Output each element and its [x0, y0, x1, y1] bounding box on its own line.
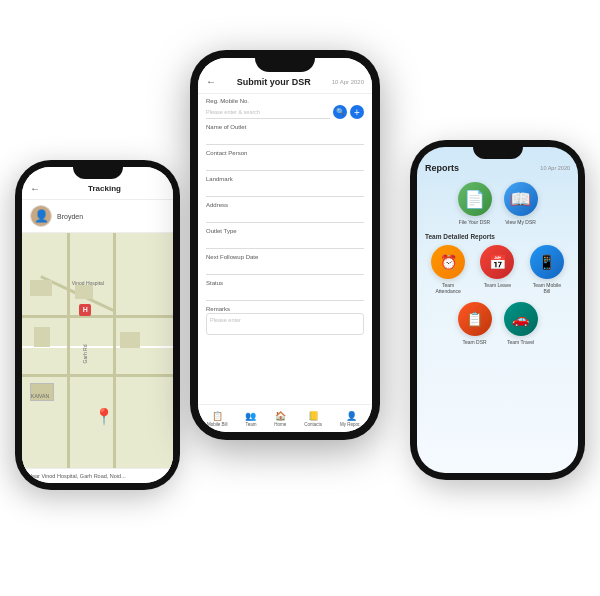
field-next-followup: Next Followup Date [206, 254, 364, 275]
reports-screen: Reports 10 Apr 2020 📄 File Your DSR 📖 Vi… [417, 147, 578, 473]
input-reg-mobile[interactable]: Please enter & search [206, 105, 330, 119]
team-leave-icon: 📅 [480, 245, 514, 279]
phone-tracking: ← Tracking 👤 Broyden [15, 160, 180, 490]
road-label: Garh Rd [83, 344, 89, 363]
nav-home[interactable]: 🏠 Home [274, 411, 286, 427]
my-report-icon: 👤 [346, 411, 357, 421]
back-arrow-dsr[interactable]: ← [206, 76, 216, 87]
input-contact-person[interactable] [206, 157, 364, 171]
tracking-address-bar: Near Vinod Hospital, Garh Road, Noid... [22, 468, 173, 483]
nav-team[interactable]: 👥 Team [245, 411, 256, 427]
label-landmark: Landmark [206, 176, 364, 182]
label-outlet-name: Name of Outlet [206, 124, 364, 130]
nav-my-report[interactable]: 👤 My Repor... [340, 411, 363, 427]
bottom-nav: 📋 Mobile Bill 👥 Team 🏠 Home 📒 Contacts [198, 404, 372, 432]
home-icon: 🏠 [275, 411, 286, 421]
team-travel-label: Team Travel [507, 339, 534, 345]
tracking-title: Tracking [44, 184, 165, 193]
tracking-screen: ← Tracking 👤 Broyden [22, 167, 173, 483]
tracking-address-text: Near Vinod Hospital, Garh Road, Noid... [28, 473, 167, 479]
team-dsr-label: Team DSR [462, 339, 486, 345]
team-reports-label: Team Detailed Reports [417, 229, 578, 243]
nav-contacts[interactable]: 📒 Contacts [304, 411, 322, 427]
team-leave-item[interactable]: 📅 Team Leave [480, 245, 514, 294]
add-button[interactable]: + [350, 105, 364, 119]
notch-left [73, 167, 123, 179]
label-status: Status [206, 280, 364, 286]
label-remarks: Remarks [206, 306, 364, 312]
dsr-date: 10 Apr 2020 [332, 79, 364, 85]
reports-date: 10 Apr 2020 [540, 165, 570, 171]
label-contact-person: Contact Person [206, 150, 364, 156]
hospital-label: Vinod Hospital [72, 280, 104, 286]
field-contact-person: Contact Person [206, 150, 364, 171]
notch-center [255, 58, 315, 72]
tracking-avatar: 👤 [30, 205, 52, 227]
nav-label-team: Team [245, 422, 256, 427]
field-reg-mobile: Reg. Mobile No. Please enter & search 🔍 … [206, 98, 364, 119]
nav-label-mobile-bill: Mobile Bill [207, 422, 228, 427]
team-attendance-label: Team Attendance [430, 282, 466, 294]
nav-mobile-bill[interactable]: 📋 Mobile Bill [207, 411, 228, 427]
phone-dsr: ← Submit your DSR 10 Apr 2020 Reg. Mobil… [190, 50, 380, 440]
team-mobile-bill-icon: 📱 [530, 245, 564, 279]
team-travel-icon: 🚗 [504, 302, 538, 336]
dsr-form: Reg. Mobile No. Please enter & search 🔍 … [198, 94, 372, 404]
field-landmark: Landmark [206, 176, 364, 197]
hospital-icon: H [79, 304, 91, 316]
field-outlet-name: Name of Outlet [206, 124, 364, 145]
input-landmark[interactable] [206, 183, 364, 197]
label-next-followup: Next Followup Date [206, 254, 364, 260]
team-reports-row2: 📋 Team DSR 🚗 Team Travel [417, 296, 578, 349]
team-attendance-icon: ⏰ [431, 245, 465, 279]
nav-label-home: Home [274, 422, 286, 427]
team-icon: 👥 [245, 411, 256, 421]
label-address: Address [206, 202, 364, 208]
input-address[interactable] [206, 209, 364, 223]
input-outlet-name[interactable] [206, 131, 364, 145]
input-status[interactable] [206, 287, 364, 301]
team-attendance-item[interactable]: ⏰ Team Attendance [430, 245, 466, 294]
field-outlet-type: Outlet Type [206, 228, 364, 249]
label-reg-mobile: Reg. Mobile No. [206, 98, 364, 104]
nav-label-contacts: Contacts [304, 422, 322, 427]
tracking-person-name: Broyden [57, 213, 83, 220]
team-dsr-icon: 📋 [458, 302, 492, 336]
view-dsr-item[interactable]: 📖 View My DSR [504, 182, 538, 225]
team-mobile-bill-item[interactable]: 📱 Team Mobile Bill [529, 245, 565, 294]
team-dsr-item[interactable]: 📋 Team DSR [458, 302, 492, 345]
phone-reports: Reports 10 Apr 2020 📄 File Your DSR 📖 Vi… [410, 140, 585, 480]
search-button[interactable]: 🔍 [333, 105, 347, 119]
contacts-icon: 📒 [308, 411, 319, 421]
tracking-map: H Vinod Hospital KAIVAN Garh Rd 📍 [22, 233, 173, 468]
team-reports-row1: ⏰ Team Attendance 📅 Team Leave 📱 Team Mo… [417, 243, 578, 296]
phones-container: ← Tracking 👤 Broyden [0, 0, 600, 596]
view-dsr-icon: 📖 [504, 182, 538, 216]
nav-label-my-report: My Repor... [340, 422, 363, 427]
reports-title: Reports [425, 163, 459, 173]
file-dsr-icon: 📄 [458, 182, 492, 216]
field-remarks: Remarks Please enter [206, 306, 364, 335]
label-outlet-type: Outlet Type [206, 228, 364, 234]
view-dsr-label: View My DSR [505, 219, 536, 225]
input-outlet-type[interactable] [206, 235, 364, 249]
input-next-followup[interactable] [206, 261, 364, 275]
file-dsr-item[interactable]: 📄 File Your DSR [458, 182, 492, 225]
back-arrow-tracking[interactable]: ← [30, 183, 40, 194]
notch-right [473, 147, 523, 159]
field-status: Status [206, 280, 364, 301]
field-address: Address [206, 202, 364, 223]
quick-reports-row: 📄 File Your DSR 📖 View My DSR [417, 178, 578, 229]
file-dsr-label: File Your DSR [459, 219, 490, 225]
kaivan-label: KAIVAN [31, 393, 49, 399]
dsr-title: Submit your DSR [216, 77, 332, 87]
team-mobile-bill-label: Team Mobile Bill [529, 282, 565, 294]
team-leave-label: Team Leave [484, 282, 511, 288]
mobile-bill-icon: 📋 [212, 411, 223, 421]
dsr-screen: ← Submit your DSR 10 Apr 2020 Reg. Mobil… [198, 58, 372, 432]
input-remarks[interactable]: Please enter [206, 313, 364, 335]
team-travel-item[interactable]: 🚗 Team Travel [504, 302, 538, 345]
location-pin: 📍 [94, 407, 114, 426]
